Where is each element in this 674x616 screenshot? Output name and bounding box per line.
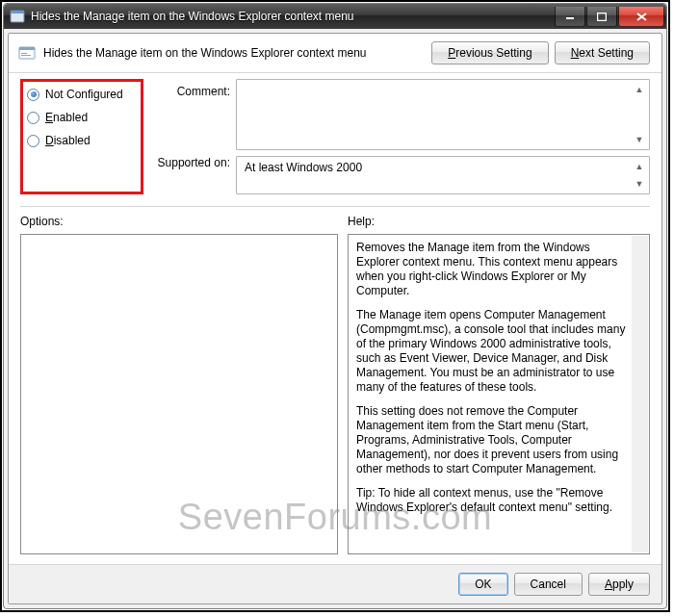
titlebar[interactable]: Hides the Manage item on the Windows Exp…: [4, 4, 666, 29]
help-label: Help:: [348, 215, 375, 228]
previous-setting-button[interactable]: Previous Setting: [431, 41, 548, 64]
svg-rect-1: [11, 11, 24, 13]
radio-label: Enabled: [45, 111, 88, 124]
radio-label: Disabled: [45, 134, 91, 147]
policy-icon: [18, 44, 36, 62]
radio-label: Not Configured: [45, 88, 123, 101]
supported-label: Supported on:: [143, 156, 230, 169]
cancel-button[interactable]: Cancel: [514, 573, 583, 596]
scroll-up-icon[interactable]: ▲: [632, 159, 647, 174]
scroll-up-icon[interactable]: ▲: [632, 82, 647, 97]
policy-name: Hides the Manage item on the Windows Exp…: [43, 46, 426, 60]
options-label: Options:: [20, 215, 348, 228]
apply-button[interactable]: Apply: [588, 573, 650, 596]
supported-on-field: At least Windows 2000 ▲ ▼: [236, 156, 650, 194]
ok-button[interactable]: OK: [458, 573, 507, 596]
radio-icon: [27, 112, 39, 124]
next-setting-button[interactable]: Next Setting: [555, 41, 650, 64]
svg-rect-6: [21, 53, 27, 54]
help-text: Removes the Manage item from the Windows…: [356, 241, 628, 515]
state-radio-disabled[interactable]: Disabled: [27, 134, 137, 147]
minimize-button[interactable]: [555, 7, 585, 27]
options-pane: [20, 234, 338, 554]
close-button[interactable]: [618, 7, 664, 27]
window-title: Hides the Manage item on the Windows Exp…: [31, 10, 554, 23]
svg-rect-2: [566, 17, 574, 19]
supported-on-value: At least Windows 2000: [245, 161, 362, 174]
state-radio-group: Not Configured Enabled Disabled: [20, 79, 143, 194]
maximize-button[interactable]: [586, 7, 617, 27]
comment-textarea[interactable]: ▲ ▼: [236, 79, 650, 150]
comment-label: Comment:: [143, 85, 230, 98]
scroll-down-icon[interactable]: ▼: [632, 132, 647, 147]
scroll-down-icon[interactable]: ▼: [632, 176, 647, 192]
scrollbar[interactable]: [632, 236, 648, 552]
state-radio-enabled[interactable]: Enabled: [27, 111, 137, 124]
svg-rect-5: [19, 47, 35, 50]
app-icon: [10, 9, 25, 24]
help-pane: Removes the Manage item from the Windows…: [348, 234, 650, 554]
policy-header: Hides the Manage item on the Windows Exp…: [9, 34, 661, 73]
radio-icon: [27, 89, 39, 101]
state-radio-not-configured[interactable]: Not Configured: [27, 88, 137, 101]
dialog-footer: OK Cancel Apply: [9, 564, 661, 603]
radio-icon: [27, 135, 39, 147]
svg-rect-3: [598, 13, 607, 20]
window: Hides the Manage item on the Windows Exp…: [3, 3, 667, 609]
svg-rect-7: [21, 55, 31, 56]
